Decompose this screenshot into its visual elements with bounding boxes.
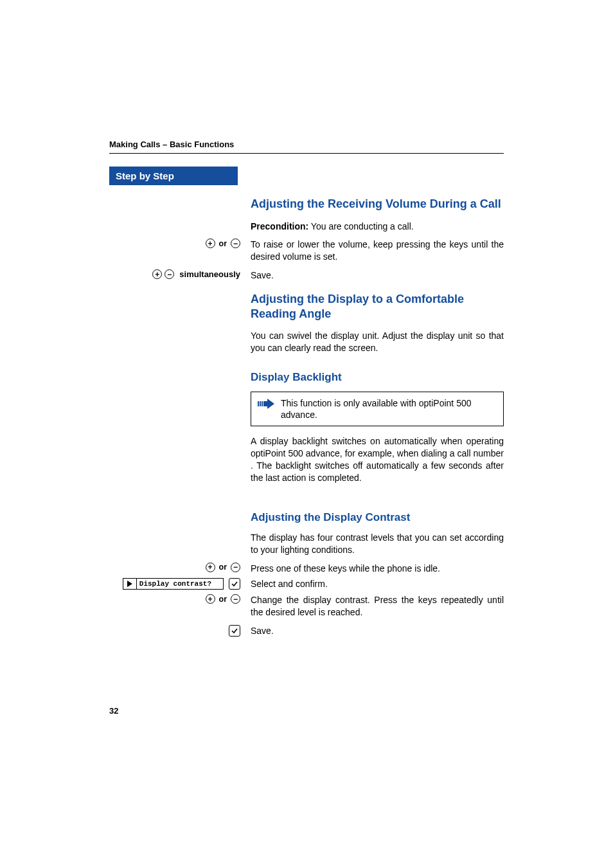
precondition-line: Precondition: You are conducting a call. (251, 221, 504, 233)
page-number: 32 (109, 706, 118, 716)
note-arrow-icon (258, 399, 274, 411)
heading-contrast: Adjusting the Display Contrast (251, 511, 504, 524)
plus-icon: + (152, 269, 162, 279)
section-2: Adjusting the Display to a Comfortable R… (109, 292, 504, 361)
section-3: Display Backlight This function is only … (109, 367, 504, 491)
note-box: This function is only available with opt… (251, 392, 504, 426)
svg-rect-2 (262, 401, 263, 406)
s1-step2: + − simultaneously Save. (109, 269, 504, 282)
s4-step3: + or − Change the display contrast. Pres… (109, 594, 504, 619)
s4-step4-text: Save. (244, 625, 504, 637)
plus-icon: + (206, 239, 215, 248)
minus-icon: − (164, 269, 174, 279)
s4-step2-text: Select and confirm. (244, 578, 504, 590)
section-1: Adjusting the Receiving Volume During a … (109, 197, 504, 239)
simultaneously-label: simultaneously (179, 269, 240, 279)
or-label: or (219, 563, 227, 572)
or-label: or (219, 595, 227, 604)
menu-label: Display contrast? (137, 580, 223, 588)
heading-adjust-volume: Adjusting the Receiving Volume During a … (251, 197, 504, 212)
s4-intro: The display has four contrast levels tha… (251, 532, 504, 556)
s4-step3-text: Change the display contrast. Press the k… (244, 594, 504, 619)
svg-rect-1 (260, 401, 261, 406)
confirm-icon (229, 578, 240, 590)
triangle-right-icon (123, 579, 137, 589)
header-rule (109, 153, 504, 154)
s3-body: A display backlight switches on automati… (251, 435, 504, 484)
svg-rect-0 (258, 401, 259, 406)
section-4: Adjusting the Display Contrast The displ… (109, 497, 504, 563)
menu-nav-box: Display contrast? (123, 578, 224, 590)
plus-icon: + (206, 594, 215, 604)
s1-step1: + or − To raise or lower the volume, kee… (109, 239, 504, 263)
minus-icon: − (231, 594, 240, 604)
running-head: Making Calls – Basic Functions (109, 140, 504, 149)
or-label: or (219, 239, 227, 248)
s2-body: You can swivel the display unit. Adjust … (251, 330, 504, 354)
s4-step1-text: Press one of these keys while the phone … (244, 563, 504, 575)
s1-step2-text: Save. (244, 269, 504, 282)
s4-step2: Display contrast? Select and confirm. (109, 578, 504, 590)
minus-icon: − (231, 563, 240, 572)
s1-step1-text: To raise or lower the volume, keep press… (244, 239, 504, 263)
minus-icon: − (231, 239, 240, 248)
svg-marker-5 (127, 581, 132, 587)
svg-marker-4 (267, 399, 274, 409)
step-header-row: Step by Step (109, 167, 504, 185)
step-by-step-header: Step by Step (109, 167, 238, 185)
precondition-label: Precondition: (251, 221, 308, 231)
page-content: Making Calls – Basic Functions Step by S… (109, 140, 504, 641)
svg-rect-3 (263, 401, 267, 406)
s4-step1: + or − Press one of these keys while the… (109, 563, 504, 575)
heading-display-angle: Adjusting the Display to a Comfortable R… (251, 292, 504, 321)
heading-backlight: Display Backlight (251, 371, 504, 384)
note-text: This function is only available with opt… (281, 397, 497, 420)
s4-step4: Save. (109, 625, 504, 637)
confirm-icon (229, 625, 240, 637)
precondition-text: You are conducting a call. (308, 221, 413, 231)
plus-icon: + (206, 563, 215, 572)
